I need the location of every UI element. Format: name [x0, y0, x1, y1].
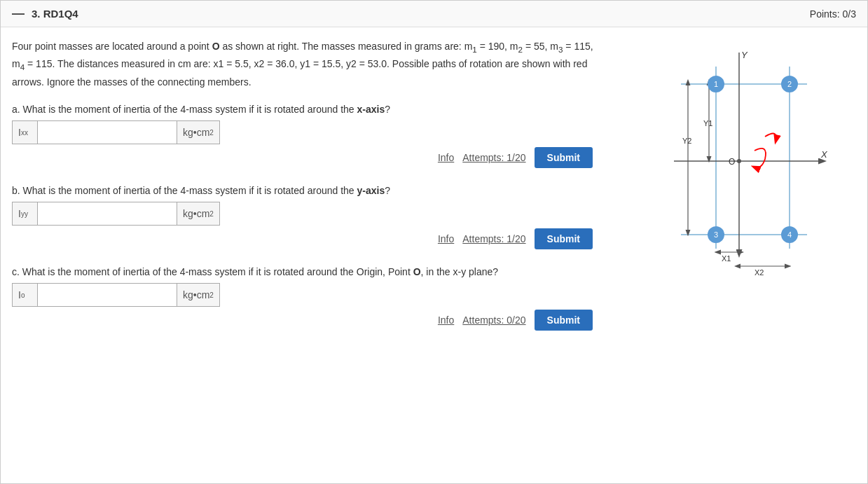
submit-button-c[interactable]: Submit — [535, 310, 593, 331]
answer-input-b[interactable] — [37, 202, 177, 226]
unit-label-c: kg•cm2 — [177, 283, 220, 307]
svg-point-10 — [737, 159, 741, 163]
svg-text:Y1: Y1 — [703, 119, 712, 127]
input-prefix-a: Ixx — [12, 120, 37, 144]
svg-text:O: O — [729, 157, 735, 167]
svg-text:X2: X2 — [755, 268, 764, 277]
left-panel: Four point masses are located around a p… — [12, 39, 607, 347]
input-row-b: Iyy kg•cm2 — [12, 202, 607, 226]
svg-text:4: 4 — [787, 230, 792, 239]
action-row-a: Info Attempts: 1/20 Submit — [12, 147, 607, 168]
input-prefix-c: Io — [12, 283, 37, 307]
sub-question-a: a. What is the moment of inertia of the … — [12, 104, 607, 168]
input-row-a: Ixx kg•cm2 — [12, 120, 607, 144]
problem-text: Four point masses are located around a p… — [12, 39, 607, 90]
sub-question-b-label: b. What is the moment of inertia of the … — [12, 185, 607, 196]
action-row-b: Info Attempts: 1/20 Submit — [12, 228, 607, 249]
bold-O-1: O — [212, 41, 220, 52]
submit-button-a[interactable]: Submit — [535, 147, 593, 168]
collapse-icon[interactable]: — — [12, 6, 25, 21]
sub-question-a-label: a. What is the moment of inertia of the … — [12, 104, 607, 115]
info-link-b[interactable]: Info — [438, 233, 454, 244]
svg-text:3: 3 — [714, 230, 718, 239]
right-panel: Y X O Y2 Y1 X1 — [618, 39, 856, 347]
attempts-link-c[interactable]: Attempts: 0/20 — [462, 314, 525, 326]
header-bar: — 3. RD1Q4 Points: 0/3 — [1, 1, 867, 27]
svg-text:X: X — [820, 149, 828, 160]
diagram-svg: Y X O Y2 Y1 X1 — [618, 46, 842, 284]
svg-text:X1: X1 — [722, 254, 731, 263]
svg-text:2: 2 — [787, 80, 792, 88]
diagram-container: Y X O Y2 Y1 X1 — [618, 46, 842, 284]
unit-label-a: kg•cm2 — [177, 120, 220, 144]
attempts-link-b[interactable]: Attempts: 1/20 — [462, 233, 525, 244]
input-prefix-b: Iyy — [12, 202, 37, 226]
attempts-link-a[interactable]: Attempts: 1/20 — [462, 152, 525, 163]
answer-input-a[interactable] — [37, 120, 177, 144]
sub-question-c-label: c. What is the moment of inertia of the … — [12, 266, 607, 277]
question-title: 3. RD1Q4 — [32, 8, 78, 20]
sub-question-c: c. What is the moment of inertia of the … — [12, 266, 607, 331]
submit-button-b[interactable]: Submit — [535, 228, 593, 249]
svg-text:Y2: Y2 — [682, 137, 691, 145]
action-row-c: Info Attempts: 0/20 Submit — [12, 310, 607, 331]
answer-input-c[interactable] — [37, 283, 177, 307]
input-row-c: Io kg•cm2 — [12, 283, 607, 307]
svg-text:1: 1 — [714, 80, 718, 88]
points-label: Points: 0/3 — [810, 8, 856, 20]
sub-question-b: b. What is the moment of inertia of the … — [12, 185, 607, 249]
svg-text:Y: Y — [741, 50, 748, 60]
info-link-a[interactable]: Info — [438, 152, 454, 163]
page-container: — 3. RD1Q4 Points: 0/3 Four point masses… — [0, 0, 868, 484]
info-link-c[interactable]: Info — [438, 314, 454, 326]
unit-label-b: kg•cm2 — [177, 202, 220, 226]
content-area: Four point masses are located around a p… — [1, 27, 867, 359]
